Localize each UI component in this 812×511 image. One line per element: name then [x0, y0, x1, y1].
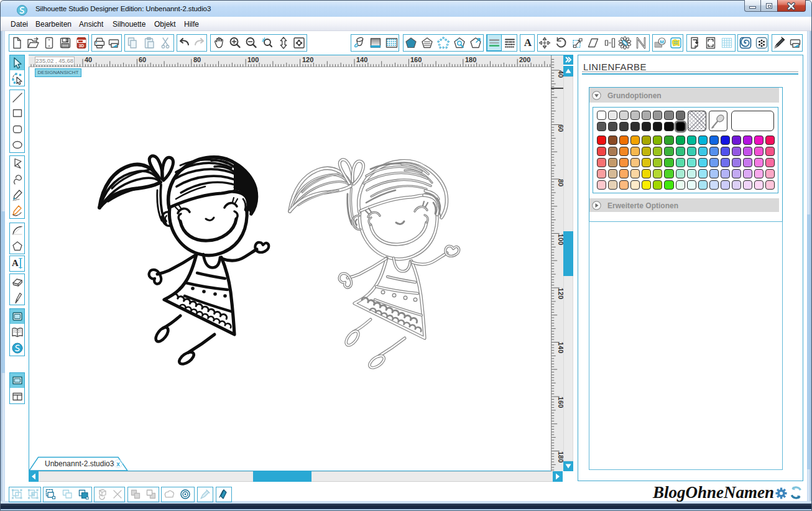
svg-text:160: 160: [410, 55, 422, 63]
svg-text:60: 60: [557, 124, 563, 132]
svg-text:40: 40: [557, 70, 563, 78]
svg-text:80: 80: [557, 179, 563, 186]
svg-text:100: 100: [557, 234, 563, 245]
svg-text:200: 200: [519, 55, 530, 63]
svg-text:40: 40: [85, 55, 92, 63]
svg-text:M: M: [660, 39, 664, 45]
svg-text:180: 180: [465, 55, 476, 63]
svg-text:120: 120: [557, 288, 563, 299]
svg-text:140: 140: [356, 55, 367, 63]
svg-text:120: 120: [302, 55, 313, 63]
svg-text:180: 180: [557, 451, 563, 463]
svg-text:160: 160: [557, 397, 563, 408]
svg-text:80: 80: [193, 55, 201, 63]
svg-text:60: 60: [139, 55, 146, 63]
svg-text:100: 100: [247, 55, 259, 63]
svg-text:3D: 3D: [78, 44, 84, 48]
svg-text:140: 140: [557, 342, 563, 353]
